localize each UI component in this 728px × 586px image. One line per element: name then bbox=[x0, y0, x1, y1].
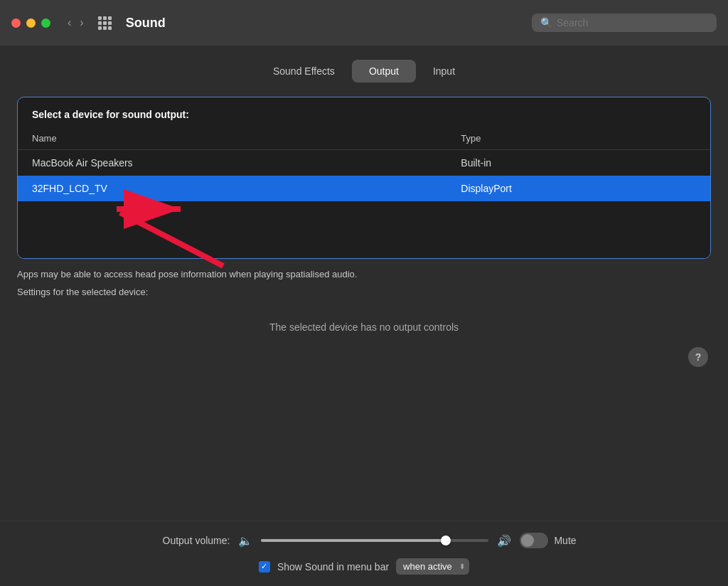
tab-input[interactable]: Input bbox=[416, 60, 472, 82]
device-panel: Select a device for sound output: Name T… bbox=[17, 97, 711, 259]
tab-sound-effects[interactable]: Sound Effects bbox=[256, 60, 352, 82]
slider-fill bbox=[261, 539, 443, 542]
tabs-bar: Sound Effects Output Input bbox=[17, 60, 711, 82]
nav-arrows: ‹ › bbox=[65, 15, 87, 31]
search-input[interactable] bbox=[557, 17, 708, 28]
device-table: Name Type MacBook Air Speakers Built-in … bbox=[18, 127, 710, 258]
when-active-select[interactable]: when active always never bbox=[396, 558, 469, 575]
panel-header: Select a device for sound output: bbox=[18, 97, 710, 127]
volume-high-icon: 🔊 bbox=[497, 534, 511, 548]
main-content: Sound Effects Output Input Select a devi… bbox=[0, 46, 728, 367]
menu-bar-row: ✓ Show Sound in menu bar when active alw… bbox=[17, 558, 711, 575]
volume-row: Output volume: 🔈 🔊 Mute bbox=[17, 533, 711, 548]
col-header-name: Name bbox=[18, 127, 446, 150]
traffic-lights bbox=[11, 18, 50, 28]
device-type: Built-in bbox=[446, 150, 710, 176]
maximize-button[interactable] bbox=[41, 18, 50, 28]
when-active-wrapper: when active always never ⬍ bbox=[396, 558, 469, 575]
close-button[interactable] bbox=[11, 18, 21, 28]
toggle-knob bbox=[521, 534, 534, 547]
minimize-button[interactable] bbox=[26, 18, 36, 28]
tab-output[interactable]: Output bbox=[352, 60, 416, 82]
slider-thumb[interactable] bbox=[441, 536, 451, 545]
device-type: DisplayPort bbox=[446, 176, 710, 201]
search-icon: 🔍 bbox=[540, 17, 552, 28]
mute-label: Mute bbox=[554, 535, 576, 546]
table-row[interactable]: MacBook Air Speakers Built-in bbox=[18, 150, 710, 176]
mute-switch[interactable] bbox=[520, 533, 548, 548]
search-box[interactable]: 🔍 bbox=[532, 14, 717, 32]
no-controls-text: The selected device has no output contro… bbox=[17, 307, 711, 340]
forward-button[interactable]: › bbox=[77, 15, 86, 31]
page-title: Sound bbox=[126, 16, 166, 31]
info-text: Apps may be able to access head pose inf… bbox=[17, 259, 711, 284]
device-name: MacBook Air Speakers bbox=[18, 150, 446, 176]
back-button[interactable]: ‹ bbox=[65, 15, 74, 31]
settings-label: Settings for the selected device: bbox=[17, 284, 711, 307]
device-name: 32FHD_LCD_TV bbox=[18, 176, 446, 201]
help-row: ? bbox=[17, 340, 711, 367]
show-sound-label: Show Sound in menu bar bbox=[277, 561, 389, 572]
mute-toggle[interactable]: Mute bbox=[520, 533, 576, 548]
bottom-bar: Output volume: 🔈 🔊 Mute ✓ Show Sound in … bbox=[0, 521, 728, 586]
help-button[interactable]: ? bbox=[688, 347, 708, 367]
title-bar: ‹ › Sound 🔍 bbox=[0, 0, 728, 46]
volume-low-icon: 🔈 bbox=[238, 534, 252, 548]
volume-label: Output volume: bbox=[151, 535, 230, 546]
table-row-empty bbox=[18, 201, 710, 258]
show-sound-checkbox[interactable]: ✓ bbox=[259, 561, 270, 572]
apps-grid-icon[interactable] bbox=[98, 16, 112, 30]
table-row[interactable]: 32FHD_LCD_TV DisplayPort bbox=[18, 176, 710, 201]
volume-slider[interactable] bbox=[261, 539, 488, 542]
col-header-type: Type bbox=[446, 127, 710, 150]
